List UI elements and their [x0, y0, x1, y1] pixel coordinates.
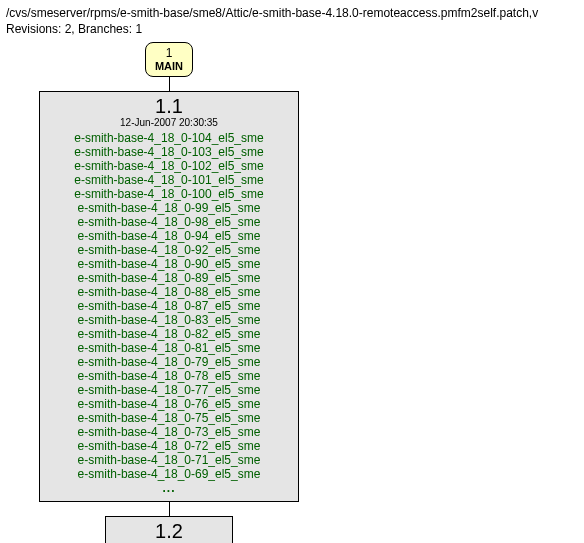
tag-label: e-smith-base-4_18_0-76_el5_sme [52, 397, 286, 411]
revision-node-1-1[interactable]: 1.1 12-Jun-2007 20:30:35 e-smith-base-4_… [39, 91, 299, 502]
tag-label: e-smith-base-4_18_0-79_el5_sme [52, 355, 286, 369]
tag-label: e-smith-base-4_18_0-90_el5_sme [52, 257, 286, 271]
tag-label: e-smith-base-4_18_0-88_el5_sme [52, 285, 286, 299]
tag-label: e-smith-base-4_18_0-104_el5_sme [52, 131, 286, 145]
tag-label: e-smith-base-4_18_0-98_el5_sme [52, 215, 286, 229]
connector [169, 77, 170, 91]
tag-label: e-smith-base-4_18_0-102_el5_sme [52, 159, 286, 173]
tag-label: e-smith-base-4_18_0-94_el5_sme [52, 229, 286, 243]
tag-label: e-smith-base-4_18_0-89_el5_sme [52, 271, 286, 285]
branch-node-main[interactable]: 1 MAIN [145, 42, 193, 77]
revision-graph: 1 MAIN 1.1 12-Jun-2007 20:30:35 e-smith-… [14, 42, 578, 543]
tag-label: e-smith-base-4_18_0-71_el5_sme [52, 453, 286, 467]
revision-date: 12-Jun-2007 20:30:35 [52, 117, 286, 128]
tag-label: e-smith-base-4_18_0-75_el5_sme [52, 411, 286, 425]
repo-meta: Revisions: 2, Branches: 1 [6, 22, 578, 36]
tag-label: e-smith-base-4_18_0-77_el5_sme [52, 383, 286, 397]
tag-label: e-smith-base-4_18_0-103_el5_sme [52, 145, 286, 159]
tag-label: e-smith-base-4_18_0-83_el5_sme [52, 313, 286, 327]
revision-number: 1.1 [52, 96, 286, 116]
branch-name: MAIN [146, 60, 192, 72]
repo-path: /cvs/smeserver/rpms/e-smith-base/sme8/At… [6, 6, 578, 20]
tag-label: e-smith-base-4_18_0-101_el5_sme [52, 173, 286, 187]
tag-label: e-smith-base-4_18_0-82_el5_sme [52, 327, 286, 341]
revision-node-1-2[interactable]: 1.2 26-Mar-2008 18:01:51 HEAD [105, 516, 234, 543]
tag-label: e-smith-base-4_18_0-99_el5_sme [52, 201, 286, 215]
tag-label: e-smith-base-4_18_0-87_el5_sme [52, 299, 286, 313]
connector [169, 502, 170, 516]
tags-ellipsis: ... [52, 481, 286, 495]
tag-label: e-smith-base-4_18_0-72_el5_sme [52, 439, 286, 453]
revision-tags: e-smith-base-4_18_0-104_el5_smee-smith-b… [52, 131, 286, 481]
tag-label: e-smith-base-4_18_0-92_el5_sme [52, 243, 286, 257]
branch-number: 1 [146, 47, 192, 59]
tag-label: e-smith-base-4_18_0-73_el5_sme [52, 425, 286, 439]
revision-number: 1.2 [120, 521, 219, 541]
tag-label: e-smith-base-4_18_0-69_el5_sme [52, 467, 286, 481]
tag-label: e-smith-base-4_18_0-81_el5_sme [52, 341, 286, 355]
tag-label: e-smith-base-4_18_0-78_el5_sme [52, 369, 286, 383]
tag-label: e-smith-base-4_18_0-100_el5_sme [52, 187, 286, 201]
